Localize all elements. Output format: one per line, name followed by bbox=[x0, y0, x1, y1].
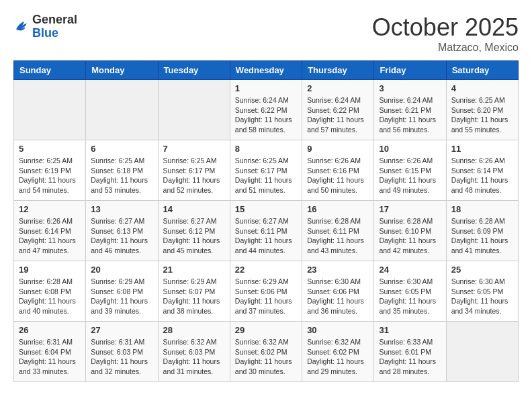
day-info: Sunrise: 6:26 AMSunset: 6:16 PMDaylight:… bbox=[307, 156, 369, 195]
day-info: Sunrise: 6:28 AMSunset: 6:11 PMDaylight:… bbox=[307, 216, 369, 256]
day-info: Sunrise: 6:24 AMSunset: 6:22 PMDaylight:… bbox=[235, 95, 297, 135]
day-cell: 20Sunrise: 6:29 AMSunset: 6:08 PMDayligh… bbox=[86, 261, 158, 322]
day-cell: 3Sunrise: 6:24 AMSunset: 6:21 PMDaylight… bbox=[374, 80, 446, 140]
day-cell: 1Sunrise: 6:24 AMSunset: 6:22 PMDaylight… bbox=[230, 80, 302, 140]
day-number: 6 bbox=[91, 144, 152, 154]
day-cell: 30Sunrise: 6:32 AMSunset: 6:02 PMDayligh… bbox=[302, 322, 374, 382]
day-number: 11 bbox=[451, 144, 513, 154]
day-number: 31 bbox=[379, 325, 441, 335]
day-cell: 17Sunrise: 6:28 AMSunset: 6:10 PMDayligh… bbox=[374, 201, 446, 261]
day-number: 27 bbox=[91, 325, 152, 335]
day-number: 15 bbox=[235, 204, 297, 214]
day-cell: 6Sunrise: 6:25 AMSunset: 6:18 PMDaylight… bbox=[86, 140, 158, 201]
day-info: Sunrise: 6:31 AMSunset: 6:03 PMDaylight:… bbox=[91, 337, 152, 377]
day-info: Sunrise: 6:28 AMSunset: 6:08 PMDaylight:… bbox=[19, 277, 81, 316]
day-cell: 5Sunrise: 6:25 AMSunset: 6:19 PMDaylight… bbox=[14, 140, 86, 201]
day-cell bbox=[446, 322, 518, 382]
day-info: Sunrise: 6:28 AMSunset: 6:10 PMDaylight:… bbox=[379, 216, 441, 256]
day-info: Sunrise: 6:26 AMSunset: 6:15 PMDaylight:… bbox=[379, 156, 441, 195]
day-cell: 31Sunrise: 6:33 AMSunset: 6:01 PMDayligh… bbox=[374, 322, 446, 382]
day-number: 21 bbox=[163, 265, 225, 275]
col-header-saturday: Saturday bbox=[446, 61, 518, 80]
day-cell bbox=[86, 80, 158, 140]
day-info: Sunrise: 6:25 AMSunset: 6:17 PMDaylight:… bbox=[235, 156, 297, 195]
day-number: 22 bbox=[235, 265, 297, 275]
day-cell: 27Sunrise: 6:31 AMSunset: 6:03 PMDayligh… bbox=[86, 322, 158, 382]
location: Matzaco, Mexico bbox=[372, 42, 519, 54]
day-number: 2 bbox=[307, 83, 369, 93]
day-number: 20 bbox=[91, 265, 152, 275]
week-row-1: 1Sunrise: 6:24 AMSunset: 6:22 PMDaylight… bbox=[14, 80, 519, 140]
day-number: 29 bbox=[235, 325, 297, 335]
day-cell: 10Sunrise: 6:26 AMSunset: 6:15 PMDayligh… bbox=[374, 140, 446, 201]
day-info: Sunrise: 6:25 AMSunset: 6:18 PMDaylight:… bbox=[91, 156, 152, 195]
day-info: Sunrise: 6:32 AMSunset: 6:02 PMDaylight:… bbox=[307, 337, 369, 377]
day-number: 9 bbox=[307, 144, 369, 154]
logo-general: General bbox=[32, 13, 77, 27]
day-number: 10 bbox=[379, 144, 441, 154]
day-number: 23 bbox=[307, 265, 369, 275]
day-cell: 21Sunrise: 6:29 AMSunset: 6:07 PMDayligh… bbox=[158, 261, 230, 322]
day-info: Sunrise: 6:28 AMSunset: 6:09 PMDaylight:… bbox=[451, 216, 513, 256]
day-number: 19 bbox=[19, 265, 81, 275]
col-header-monday: Monday bbox=[86, 61, 158, 80]
col-header-tuesday: Tuesday bbox=[158, 61, 230, 80]
logo-icon bbox=[13, 19, 30, 35]
day-cell: 29Sunrise: 6:32 AMSunset: 6:02 PMDayligh… bbox=[230, 322, 302, 382]
day-number: 1 bbox=[235, 83, 297, 93]
logo-blue: Blue bbox=[32, 27, 77, 40]
col-header-sunday: Sunday bbox=[14, 61, 86, 80]
day-info: Sunrise: 6:27 AMSunset: 6:11 PMDaylight:… bbox=[235, 216, 297, 256]
week-row-3: 12Sunrise: 6:26 AMSunset: 6:14 PMDayligh… bbox=[14, 201, 519, 261]
day-cell: 7Sunrise: 6:25 AMSunset: 6:17 PMDaylight… bbox=[158, 140, 230, 201]
day-info: Sunrise: 6:29 AMSunset: 6:08 PMDaylight:… bbox=[91, 277, 152, 316]
day-number: 5 bbox=[19, 144, 81, 154]
page-header: General Blue October 2025 Matzaco, Mexic… bbox=[13, 13, 519, 54]
day-number: 17 bbox=[379, 204, 441, 214]
day-info: Sunrise: 6:30 AMSunset: 6:05 PMDaylight:… bbox=[451, 277, 513, 316]
day-cell: 24Sunrise: 6:30 AMSunset: 6:05 PMDayligh… bbox=[374, 261, 446, 322]
day-number: 3 bbox=[379, 83, 441, 93]
day-cell: 14Sunrise: 6:27 AMSunset: 6:12 PMDayligh… bbox=[158, 201, 230, 261]
day-number: 24 bbox=[379, 265, 441, 275]
calendar-header: SundayMondayTuesdayWednesdayThursdayFrid… bbox=[14, 61, 519, 80]
day-info: Sunrise: 6:29 AMSunset: 6:07 PMDaylight:… bbox=[163, 277, 225, 316]
day-cell bbox=[14, 80, 86, 140]
day-info: Sunrise: 6:24 AMSunset: 6:22 PMDaylight:… bbox=[307, 95, 369, 135]
day-number: 7 bbox=[163, 144, 225, 154]
title-block: October 2025 Matzaco, Mexico bbox=[372, 13, 519, 54]
day-number: 25 bbox=[451, 265, 513, 275]
day-info: Sunrise: 6:30 AMSunset: 6:06 PMDaylight:… bbox=[307, 277, 369, 316]
col-header-wednesday: Wednesday bbox=[230, 61, 302, 80]
day-cell: 16Sunrise: 6:28 AMSunset: 6:11 PMDayligh… bbox=[302, 201, 374, 261]
day-cell: 12Sunrise: 6:26 AMSunset: 6:14 PMDayligh… bbox=[14, 201, 86, 261]
day-cell: 9Sunrise: 6:26 AMSunset: 6:16 PMDaylight… bbox=[302, 140, 374, 201]
day-number: 8 bbox=[235, 144, 297, 154]
day-cell: 2Sunrise: 6:24 AMSunset: 6:22 PMDaylight… bbox=[302, 80, 374, 140]
col-header-friday: Friday bbox=[374, 61, 446, 80]
day-cell: 18Sunrise: 6:28 AMSunset: 6:09 PMDayligh… bbox=[446, 201, 518, 261]
header-row: SundayMondayTuesdayWednesdayThursdayFrid… bbox=[14, 61, 519, 80]
logo: General Blue bbox=[13, 13, 77, 40]
day-info: Sunrise: 6:25 AMSunset: 6:19 PMDaylight:… bbox=[19, 156, 81, 195]
col-header-thursday: Thursday bbox=[302, 61, 374, 80]
day-info: Sunrise: 6:26 AMSunset: 6:14 PMDaylight:… bbox=[451, 156, 513, 195]
day-info: Sunrise: 6:25 AMSunset: 6:17 PMDaylight:… bbox=[163, 156, 225, 195]
day-number: 18 bbox=[451, 204, 513, 214]
day-info: Sunrise: 6:29 AMSunset: 6:06 PMDaylight:… bbox=[235, 277, 297, 316]
day-cell: 23Sunrise: 6:30 AMSunset: 6:06 PMDayligh… bbox=[302, 261, 374, 322]
day-info: Sunrise: 6:26 AMSunset: 6:14 PMDaylight:… bbox=[19, 216, 81, 256]
day-info: Sunrise: 6:31 AMSunset: 6:04 PMDaylight:… bbox=[19, 337, 81, 377]
day-number: 16 bbox=[307, 204, 369, 214]
week-row-5: 26Sunrise: 6:31 AMSunset: 6:04 PMDayligh… bbox=[14, 322, 519, 382]
day-number: 12 bbox=[19, 204, 81, 214]
day-cell: 13Sunrise: 6:27 AMSunset: 6:13 PMDayligh… bbox=[86, 201, 158, 261]
day-cell: 25Sunrise: 6:30 AMSunset: 6:05 PMDayligh… bbox=[446, 261, 518, 322]
day-number: 30 bbox=[307, 325, 369, 335]
day-cell: 19Sunrise: 6:28 AMSunset: 6:08 PMDayligh… bbox=[14, 261, 86, 322]
day-cell: 15Sunrise: 6:27 AMSunset: 6:11 PMDayligh… bbox=[230, 201, 302, 261]
day-cell: 11Sunrise: 6:26 AMSunset: 6:14 PMDayligh… bbox=[446, 140, 518, 201]
calendar-body: 1Sunrise: 6:24 AMSunset: 6:22 PMDaylight… bbox=[14, 80, 519, 382]
day-cell: 26Sunrise: 6:31 AMSunset: 6:04 PMDayligh… bbox=[14, 322, 86, 382]
day-cell: 28Sunrise: 6:32 AMSunset: 6:03 PMDayligh… bbox=[158, 322, 230, 382]
